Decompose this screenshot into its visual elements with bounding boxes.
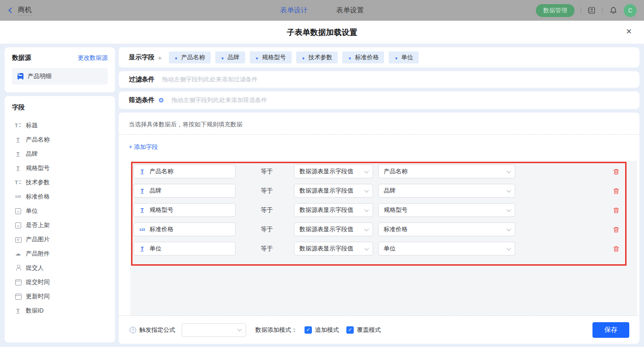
rule-source-select[interactable]: 数据源表显示字段值 [294,242,373,256]
add-field-link[interactable]: + 添加字段 [129,143,158,151]
field-item[interactable]: 技术参数 [12,175,108,189]
field-item-label: 技术参数 [26,178,50,187]
rule-target-select[interactable]: 标准价格 [378,222,515,236]
gear-icon[interactable]: ⚙ [158,97,164,103]
checkbox-checked-icon[interactable] [305,326,312,334]
field-item-label: 单位 [26,207,38,215]
field-item-label: 数据ID [26,307,44,315]
field-item-label: 规格型号 [26,164,50,172]
field-item[interactable]: 产品附件 [12,246,108,261]
rule-target-value: 标准价格 [384,225,408,233]
field-item[interactable]: 品牌 [12,147,108,161]
title-field-icon [14,179,22,186]
rule-field-label: 标准价格 [150,225,173,233]
display-field-tag[interactable]: 单位 [389,51,419,63]
field-item[interactable]: 提交时间 [12,275,108,289]
filter-dropzone[interactable]: 拖动左侧字段到此处来添加过滤条件 [162,75,258,84]
tab-form-settings[interactable]: 表单设置 [336,6,364,15]
triangle-down-icon [348,54,351,61]
rule-target-select[interactable]: 单位 [378,242,515,256]
rule-row: 单位 等于 数据源表显示字段值 单位 [133,242,625,256]
rule-field-input[interactable]: 品牌 [133,184,236,198]
field-item[interactable]: 单位 [12,204,108,218]
display-field-tag[interactable]: 规格型号 [250,51,292,63]
sift-dropzone[interactable]: 拖动左侧字段到此处来添加筛选条件 [172,96,267,104]
formula-select[interactable] [182,323,246,337]
rule-target-select[interactable]: 产品名称 [378,165,515,178]
rule-source-value: 数据源表显示字段值 [299,206,353,214]
rule-source-select[interactable]: 数据源表显示字段值 [294,203,373,217]
fields-list: 标题 产品名称 品牌 规格型号 技术参数 标准价格 单位 是否上架 产品图片 产… [12,118,108,318]
equals-operator: 等于 [261,206,273,214]
field-item-label: 标准价格 [26,193,50,201]
add-display-field-button[interactable]: + [158,54,162,62]
data-manage-button[interactable]: 数据管理 [536,4,575,17]
change-datasource-link[interactable]: 更改数据源 [78,54,108,62]
field-item[interactable]: 数据ID [12,303,108,318]
overwrite-mode-option[interactable]: 覆盖模式 [346,326,381,334]
rule-source-select[interactable]: 数据源表显示字段值 [294,184,373,198]
display-field-tag[interactable]: 产品名称 [169,51,211,63]
delete-icon[interactable] [613,207,620,214]
field-item[interactable]: 产品名称 [12,132,108,147]
rule-source-value: 数据源表显示字段值 [299,225,353,233]
field-item[interactable]: 产品图片 [12,232,108,246]
rule-row: 产品名称 等于 数据源表显示字段值 产品名称 [133,165,625,178]
delete-icon[interactable] [613,188,620,194]
close-icon[interactable]: ✕ [626,27,632,36]
rule-row: 标准价格 等于 数据源表显示字段值 标准价格 [133,222,625,236]
tab-form-design[interactable]: 表单设计 [280,6,308,15]
avatar[interactable]: C [624,4,637,17]
rule-target-value: 品牌 [384,187,396,195]
chevron-down-icon [364,188,369,193]
modal-header: 子表单数据加载设置 ✕ [0,21,644,44]
fill-rules-panel: 当选择具体数据后，将按如下规则填充数据 + 添加字段 产品名称 等于 数据源表显… [119,113,639,344]
rule-target-select[interactable]: 规格型号 [378,203,515,217]
delete-icon[interactable] [613,245,620,252]
select-field-icon [14,207,22,214]
field-item[interactable]: 提交人 [12,261,108,275]
bell-icon[interactable] [609,6,618,15]
triangle-down-icon [302,54,305,61]
append-mode-option[interactable]: 追加模式 [305,326,339,334]
rule-field-input[interactable]: 标准价格 [133,222,236,236]
field-item[interactable]: 更新时间 [12,289,108,303]
text-field-icon [138,188,146,194]
rule-target-select[interactable]: 品牌 [378,184,515,198]
display-field-tag[interactable]: 品牌 [215,51,245,63]
triangle-down-icon [221,54,224,61]
datasource-item[interactable]: 产品明细 [12,68,108,85]
field-item[interactable]: 是否上架 [12,218,108,232]
equals-operator: 等于 [261,187,273,195]
checkbox-checked-icon[interactable] [346,326,354,334]
contacts-icon[interactable] [587,6,596,15]
field-item[interactable]: 标准价格 [12,189,108,204]
tag-label: 技术参数 [308,53,332,62]
display-field-tag[interactable]: 技术参数 [296,51,338,63]
chevron-down-icon [364,227,369,231]
number-field-icon [138,226,146,233]
rule-source-select[interactable]: 数据源表显示字段值 [294,222,373,236]
triangle-down-icon [255,54,259,61]
text-field-icon [138,245,146,252]
rule-field-input[interactable]: 规格型号 [133,203,236,217]
save-button[interactable]: 保存 [592,322,629,338]
rule-source-select[interactable]: 数据源表显示字段值 [294,165,373,178]
rule-target-value: 单位 [384,245,396,253]
datasource-panel: 数据源 更改数据源 产品明细 [5,47,115,92]
number-field-icon [14,193,22,200]
display-field-tag[interactable]: 标准价格 [342,51,384,63]
tag-label: 品牌 [228,53,240,62]
rule-field-label: 规格型号 [150,206,173,214]
help-icon[interactable]: ? [130,327,136,333]
delete-icon[interactable] [613,168,620,175]
rule-field-input[interactable]: 产品名称 [133,165,236,178]
divider [119,134,639,135]
field-item[interactable]: 规格型号 [12,161,108,175]
field-item-label: 更新时间 [26,292,50,301]
modal-title: 子表单数据加载设置 [287,27,357,38]
title-field-icon [14,122,22,129]
rule-field-input[interactable]: 单位 [133,242,236,256]
field-item[interactable]: 标题 [12,118,108,132]
delete-icon[interactable] [613,226,620,233]
